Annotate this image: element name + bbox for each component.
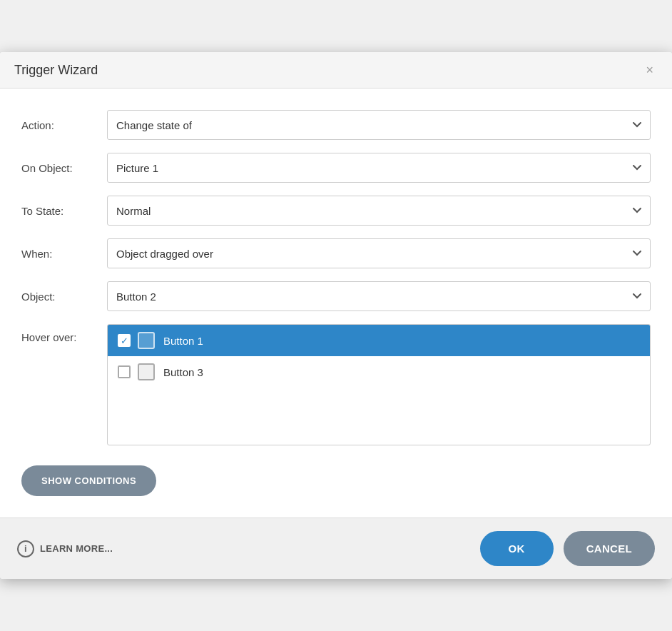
- action-row: Action: Change state ofHideShowToggle vi…: [21, 110, 651, 140]
- learn-more-label: LEARN MORE...: [40, 543, 113, 554]
- trigger-wizard-dialog: Trigger Wizard × Action: Change state of…: [0, 52, 672, 579]
- close-button[interactable]: ×: [641, 62, 658, 78]
- info-icon: i: [17, 540, 34, 557]
- list-item[interactable]: Button 3: [108, 356, 650, 388]
- list-item-icon-2: [138, 363, 155, 380]
- dialog-header: Trigger Wizard ×: [0, 52, 672, 89]
- to-state-row: To State: NormalHoverPressed: [21, 196, 651, 226]
- to-state-select-wrapper: NormalHoverPressed: [107, 196, 651, 226]
- hover-over-label: Hover over:: [21, 324, 107, 343]
- object-select[interactable]: Button 2Button 1Button 3: [107, 281, 651, 311]
- list-item-icon-1: [138, 332, 155, 349]
- ok-button[interactable]: OK: [480, 531, 554, 566]
- action-select[interactable]: Change state ofHideShowToggle visibility: [107, 110, 651, 140]
- dialog-footer: i LEARN MORE... OK CANCEL: [0, 518, 672, 579]
- hover-list: ✓ Button 1 Button 3: [107, 324, 651, 445]
- list-item-label-2: Button 3: [163, 366, 203, 378]
- on-object-select[interactable]: Picture 1Picture 2Button 1: [107, 153, 651, 183]
- to-state-select[interactable]: NormalHoverPressed: [107, 196, 651, 226]
- object-row: Object: Button 2Button 1Button 3: [21, 281, 651, 311]
- hover-over-row: Hover over: ✓ Button 1 Button 3: [21, 324, 651, 445]
- when-select-wrapper: Object dragged overClickHover: [107, 238, 651, 268]
- object-label: Object:: [21, 291, 107, 303]
- to-state-label: To State:: [21, 205, 107, 217]
- cancel-button[interactable]: CANCEL: [564, 531, 655, 566]
- list-item-checkbox-1[interactable]: ✓: [118, 334, 131, 347]
- when-row: When: Object dragged overClickHover: [21, 238, 651, 268]
- learn-more-link[interactable]: i LEARN MORE...: [17, 540, 113, 557]
- footer-buttons: OK CANCEL: [480, 531, 655, 566]
- when-label: When:: [21, 248, 107, 260]
- on-object-label: On Object:: [21, 162, 107, 174]
- dialog-title: Trigger Wizard: [14, 63, 98, 78]
- list-item-label-1: Button 1: [163, 335, 203, 347]
- action-label: Action:: [21, 119, 107, 131]
- on-object-select-wrapper: Picture 1Picture 2Button 1: [107, 153, 651, 183]
- dialog-body: Action: Change state ofHideShowToggle vi…: [0, 89, 672, 518]
- list-item-checkbox-2[interactable]: [118, 365, 131, 378]
- object-select-wrapper: Button 2Button 1Button 3: [107, 281, 651, 311]
- show-conditions-button[interactable]: SHOW CONDITIONS: [21, 465, 156, 496]
- list-item[interactable]: ✓ Button 1: [108, 325, 650, 356]
- on-object-row: On Object: Picture 1Picture 2Button 1: [21, 153, 651, 183]
- list-empty-space: [108, 388, 650, 445]
- when-select[interactable]: Object dragged overClickHover: [107, 238, 651, 268]
- action-select-wrapper: Change state ofHideShowToggle visibility: [107, 110, 651, 140]
